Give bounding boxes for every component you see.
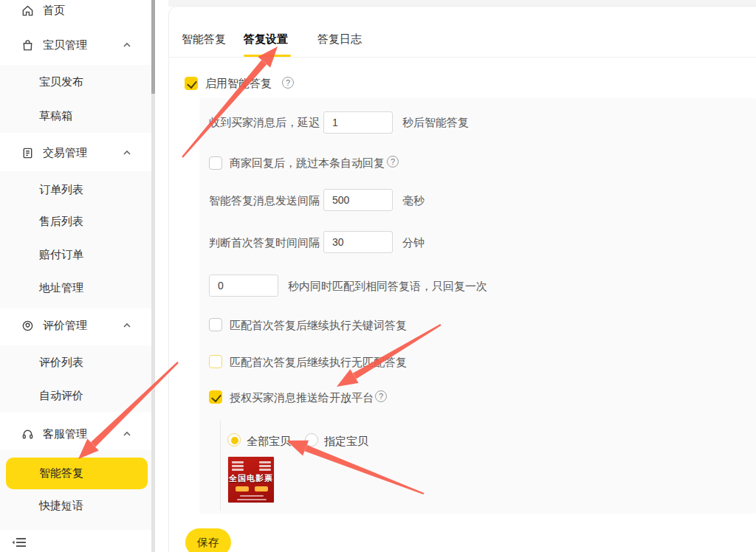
sidebar-item-label: 首页 — [43, 4, 65, 18]
sidebar-item-label: 智能答复 — [39, 466, 83, 480]
delay-row-prefix: 收到买家消息后，延迟 — [209, 116, 320, 130]
product-image[interactable]: 全国电影票 — [227, 456, 275, 503]
headset-icon — [21, 427, 34, 441]
sidebar-item-label: 宝贝发布 — [39, 75, 83, 89]
sidebar-item-order-list[interactable]: 订单列表 — [0, 179, 148, 200]
enable-smart-reply-label: 启用智能答复 — [205, 77, 272, 91]
skip-after-merchant-reply-label: 商家回复后，跳过本条自动回复 — [230, 156, 385, 170]
sidebar-item-label: 订单列表 — [39, 183, 83, 197]
sidebar-item-product-publish[interactable]: 宝贝发布 — [0, 72, 148, 92]
delay-seconds-input[interactable] — [323, 111, 393, 134]
smart-reply-settings-page: 首页 宝贝管理 宝贝发布 草稿箱 交易管理 订单列表 售后列表 赔付订单 地址管… — [0, 0, 756, 552]
review-icon — [21, 319, 34, 332]
scope-indent-line — [220, 421, 221, 511]
product-image-badge — [255, 486, 268, 491]
continue-nomatch-reply-checkbox[interactable] — [209, 355, 222, 368]
sidebar-item-label: 评价列表 — [39, 356, 83, 370]
home-icon — [21, 4, 34, 17]
all-products-label: 全部宝贝 — [247, 435, 291, 449]
save-button[interactable]: 保存 — [185, 528, 231, 552]
sidebar-item-quick-phrases[interactable]: 快捷短语 — [0, 495, 148, 516]
chevron-up-icon — [123, 429, 131, 438]
sidebar-item-customer-service-mgmt[interactable]: 客服管理 — [0, 424, 148, 444]
sidebar-item-aftersale-list[interactable]: 售后列表 — [0, 211, 148, 232]
send-interval-prefix: 智能答复消息发送间隔 — [209, 194, 320, 208]
sidebar-item-label: 评价管理 — [43, 319, 87, 333]
delay-row-suffix: 秒后智能答复 — [402, 116, 469, 130]
sidebar-item-review-list[interactable]: 评价列表 — [0, 352, 148, 373]
menu-fold-icon[interactable] — [12, 536, 27, 549]
sidebar-item-auto-review[interactable]: 自动评价 — [0, 385, 148, 406]
skip-after-merchant-reply-checkbox[interactable] — [209, 156, 222, 170]
tab-smart-reply[interactable]: 智能答复 — [182, 32, 226, 50]
help-icon[interactable]: ? — [375, 390, 387, 402]
specified-products-label: 指定宝贝 — [324, 435, 368, 449]
push-open-platform-label: 授权买家消息推送给开放平台 — [230, 391, 374, 405]
product-image-badge — [236, 486, 249, 491]
chevron-up-icon — [123, 148, 131, 157]
push-open-platform-checkbox[interactable] — [209, 390, 222, 404]
bag-icon — [21, 38, 34, 52]
sidebar-item-drafts[interactable]: 草稿箱 — [0, 106, 148, 126]
specified-products-radio[interactable] — [305, 433, 318, 446]
tab-label: 答复设置 — [244, 32, 288, 45]
sidebar-item-compensation-orders[interactable]: 赔付订单 — [0, 244, 148, 265]
sidebar-item-smart-reply-active[interactable]: 智能答复 — [6, 458, 148, 489]
sidebar: 首页 宝贝管理 宝贝发布 草稿箱 交易管理 订单列表 售后列表 赔付订单 地址管… — [0, 0, 151, 552]
tab-reply-settings[interactable]: 答复设置 — [244, 32, 288, 50]
send-interval-input[interactable] — [323, 189, 393, 211]
active-tab-underline — [244, 55, 291, 57]
product-image-title: 全国电影票 — [228, 473, 274, 484]
sidebar-item-label: 赔付订单 — [39, 248, 83, 262]
first-reply-interval-input[interactable] — [323, 231, 393, 253]
sidebar-item-trade-mgmt[interactable]: 交易管理 — [0, 142, 148, 163]
sidebar-item-home[interactable]: 首页 — [0, 0, 148, 21]
dedupe-seconds-input[interactable] — [209, 275, 278, 297]
tab-reply-log[interactable]: 答复日志 — [317, 32, 362, 50]
sidebar-item-label: 宝贝管理 — [43, 38, 87, 52]
chevron-up-icon — [123, 321, 131, 330]
sidebar-item-label: 交易管理 — [43, 146, 87, 160]
sidebar-item-label: 快捷短语 — [39, 499, 83, 513]
sidebar-scrollbar-thumb[interactable] — [151, 0, 155, 94]
first-reply-interval-prefix: 判断首次答复时间间隔 — [209, 236, 320, 250]
sidebar-item-review-mgmt[interactable]: 评价管理 — [0, 315, 148, 336]
tabbar-divider — [169, 57, 756, 58]
tab-label: 智能答复 — [182, 32, 226, 45]
continue-nomatch-reply-label: 匹配首次答复后继续执行无匹配答复 — [230, 356, 407, 370]
first-reply-interval-suffix: 分钟 — [402, 236, 425, 250]
sidebar-item-address-mgmt[interactable]: 地址管理 — [0, 277, 148, 298]
order-icon — [21, 146, 34, 159]
all-products-radio[interactable] — [227, 433, 241, 446]
dedupe-suffix: 秒内同时匹配到相同答复语，只回复一次 — [288, 280, 487, 294]
send-interval-suffix: 毫秒 — [402, 194, 425, 208]
enable-smart-reply-checkbox[interactable] — [185, 77, 198, 90]
sidebar-item-label: 地址管理 — [39, 281, 83, 295]
sidebar-item-label: 售后列表 — [39, 215, 83, 229]
tab-label: 答复日志 — [317, 32, 362, 45]
sidebar-item-label: 草稿箱 — [39, 109, 72, 123]
sidebar-item-label: 自动评价 — [39, 389, 83, 403]
sidebar-item-label: 客服管理 — [43, 427, 87, 441]
help-icon[interactable]: ? — [282, 77, 294, 89]
help-icon[interactable]: ? — [387, 156, 399, 168]
continue-keyword-reply-label: 匹配首次答复后继续执行关键词答复 — [230, 319, 407, 333]
sidebar-item-product-mgmt[interactable]: 宝贝管理 — [0, 35, 148, 55]
continue-keyword-reply-checkbox[interactable] — [209, 318, 222, 331]
chevron-up-icon — [123, 41, 131, 49]
